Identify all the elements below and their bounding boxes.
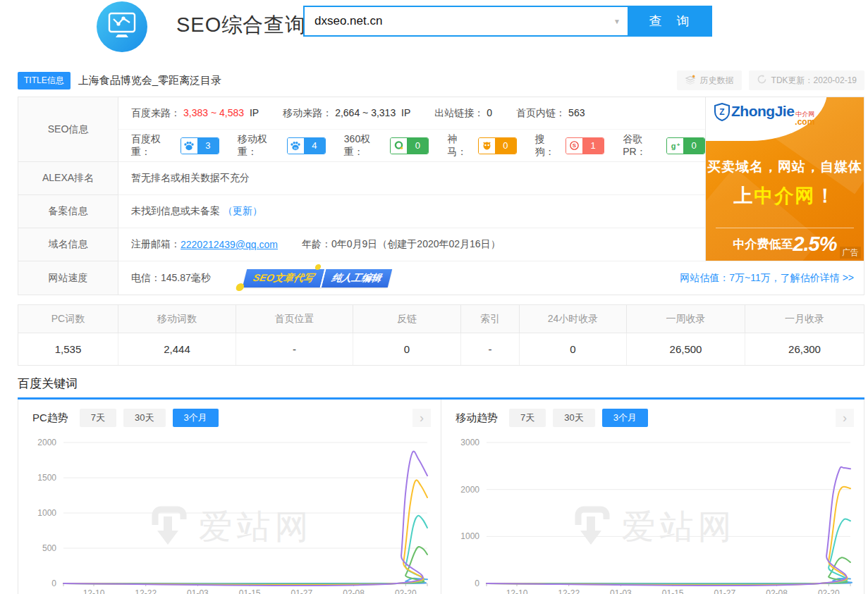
col-mobile-words: 移动词数	[118, 305, 236, 333]
tab-30days[interactable]: 30天	[553, 409, 594, 427]
svg-text:+: +	[676, 142, 680, 148]
val-mobile-words[interactable]: 2,444	[118, 333, 236, 365]
col-month-collect: 一月收录	[745, 305, 864, 333]
col-home-position: 首页位置	[236, 305, 353, 333]
mobile-weight-badge[interactable]: m4	[287, 137, 326, 154]
svg-text:02-08: 02-08	[766, 588, 788, 594]
svg-text:01-27: 01-27	[291, 588, 313, 594]
query-button[interactable]: 查 询	[628, 7, 711, 35]
ad-tag: 广告	[840, 247, 861, 259]
tab-3months[interactable]: 3个月	[602, 409, 648, 427]
google-pr: 谷歌PR： g+0	[623, 133, 705, 159]
sogou-rank-badge[interactable]: S1	[566, 137, 604, 154]
val-backlinks[interactable]: 0	[353, 333, 461, 365]
svg-text:3000: 3000	[460, 438, 479, 447]
domain-content: 注册邮箱：2220212439@qq.com 年龄：0年0月9日（创建于2020…	[118, 228, 705, 261]
svg-text:02-20: 02-20	[818, 588, 840, 594]
beian-content: 未找到信息或未备案 （更新）	[118, 195, 705, 228]
pc-trend-panel: PC趋势 7天 30天 3个月 › 爱站网 050010001500200012…	[18, 400, 441, 594]
google-pr-badge[interactable]: g+0	[666, 137, 705, 154]
zhongjie-ad[interactable]: Z ZhongJie中介网 .com 买卖域名，网站，自媒体 上中介网！ 中介费…	[705, 97, 864, 261]
col-pc-words: PC词数	[18, 305, 118, 333]
row-label-speed: 网站速度	[18, 261, 118, 295]
tdk-update-label: TDK更新：2020-02-19	[771, 75, 857, 87]
stats-table: PC词数 移动词数 首页位置 反链 索引 24小时收录 一周收录 一月收录 1,…	[18, 304, 864, 366]
col-24h-collect: 24小时收录	[520, 305, 627, 333]
svg-text:12-10: 12-10	[83, 588, 105, 594]
svg-text:02-08: 02-08	[343, 588, 365, 594]
tab-7days[interactable]: 7天	[80, 409, 116, 427]
baidu-traffic: 百度来路：3,383 ~ 4,583 IP	[131, 107, 259, 120]
svg-text:12-22: 12-22	[135, 588, 157, 594]
zhongjie-logo: Z ZhongJie中介网 .com	[714, 103, 814, 127]
shield-icon: Z	[714, 103, 731, 124]
svg-text:01-15: 01-15	[662, 588, 684, 594]
seo-tool-logo	[97, 1, 147, 52]
seo-article-ad-banner[interactable]: SEO文章代写 纯人工编辑	[243, 269, 392, 287]
keywords-section-title: 百度关键词	[18, 376, 868, 392]
page-header: SEO综合查询 ▼ 查 询	[0, 0, 868, 62]
mobile-trend-chart[interactable]: 010002000300012-1012-2201-0301-1501-2702…	[441, 429, 859, 594]
baidu-mobile-paw-icon: m	[288, 138, 304, 154]
site-title-text: 上海食品博览会_零距离泛目录	[78, 74, 221, 87]
svg-text:02-20: 02-20	[395, 588, 417, 594]
history-data-button[interactable]: 历史数据	[677, 70, 742, 90]
row-label-alexa: ALEXA排名	[18, 162, 118, 195]
360-weight-badge[interactable]: 0	[390, 137, 429, 154]
outbound-links: 出站链接：0	[434, 107, 492, 120]
beian-update-link[interactable]: （更新）	[223, 205, 262, 218]
shenma-owl-icon	[479, 138, 495, 154]
svg-text:12-22: 12-22	[558, 588, 580, 594]
ad-brand-text: ZhongJie	[731, 103, 794, 119]
svg-text:2000: 2000	[37, 438, 56, 447]
mobile-weight: 移动权重： m4	[238, 133, 326, 159]
ad-line1: 买卖域名，网站，自媒体	[706, 158, 864, 176]
svg-text:01-03: 01-03	[610, 588, 632, 594]
ad-divider	[716, 228, 854, 228]
baidu-weight-badge[interactable]: 3	[181, 137, 219, 154]
val-week-collect[interactable]: 26,500	[627, 333, 745, 365]
tab-7days[interactable]: 7天	[509, 409, 546, 427]
seo-info-table: SEO信息 ALEXA排名 备案信息 域名信息 网站速度 百度来路：3,383 …	[18, 97, 864, 295]
monitor-chart-icon	[106, 11, 137, 43]
svg-text:m: m	[294, 145, 298, 149]
site-valuation: 网站估值：7万~11万，了解估价详情 >>	[680, 272, 864, 285]
banner-dot	[235, 283, 245, 291]
keywords-charts: PC趋势 7天 30天 3个月 › 爱站网 050010001500200012…	[18, 397, 864, 594]
title-badge: TITLE信息	[18, 72, 71, 89]
val-home-position: -	[236, 333, 353, 365]
baidu-paw-icon	[181, 138, 197, 154]
register-email-link[interactable]: 2220212439@qq.com	[181, 239, 278, 250]
tdk-update-button[interactable]: TDK更新：2020-02-19	[749, 70, 864, 90]
tab-3months[interactable]: 3个月	[173, 409, 219, 427]
shenma-weight: 神马： 0	[447, 133, 516, 159]
svg-text:0: 0	[475, 578, 479, 588]
pc-trend-chart[interactable]: 050010001500200012-1012-2201-0301-1501-2…	[18, 429, 436, 594]
svg-text:1500: 1500	[37, 473, 56, 483]
search-input[interactable]	[305, 7, 606, 35]
svg-text:1000: 1000	[37, 508, 56, 518]
google-plus-icon: g+	[667, 138, 683, 154]
val-index: -	[461, 333, 520, 365]
valuation-detail-link[interactable]: 了解估价详情 >>	[781, 272, 854, 283]
svg-text:g: g	[671, 142, 676, 150]
pc-trend-title: PC趋势	[32, 412, 68, 425]
chevron-right-icon[interactable]: ›	[412, 409, 431, 427]
chevron-right-icon[interactable]: ›	[836, 409, 854, 427]
baidu-weight: 百度权重： 3	[131, 133, 219, 159]
refresh-icon	[757, 74, 767, 87]
360-weight: 360权重： 0	[344, 133, 429, 159]
search-box: ▼ 查 询	[303, 6, 712, 37]
tab-30days[interactable]: 30天	[123, 409, 165, 427]
val-month-collect[interactable]: 26,300	[745, 333, 864, 365]
svg-text:01-27: 01-27	[714, 588, 736, 594]
svg-text:01-03: 01-03	[187, 588, 209, 594]
svg-text:12-10: 12-10	[506, 588, 528, 594]
val-pc-words[interactable]: 1,535	[18, 333, 118, 365]
col-week-collect: 一周收录	[627, 305, 745, 333]
history-data-label: 历史数据	[700, 75, 734, 87]
val-24h-collect[interactable]: 0	[520, 333, 627, 365]
chevron-down-icon[interactable]: ▼	[606, 7, 628, 35]
shenma-weight-badge[interactable]: 0	[478, 137, 517, 154]
col-backlinks: 反链	[353, 305, 461, 333]
